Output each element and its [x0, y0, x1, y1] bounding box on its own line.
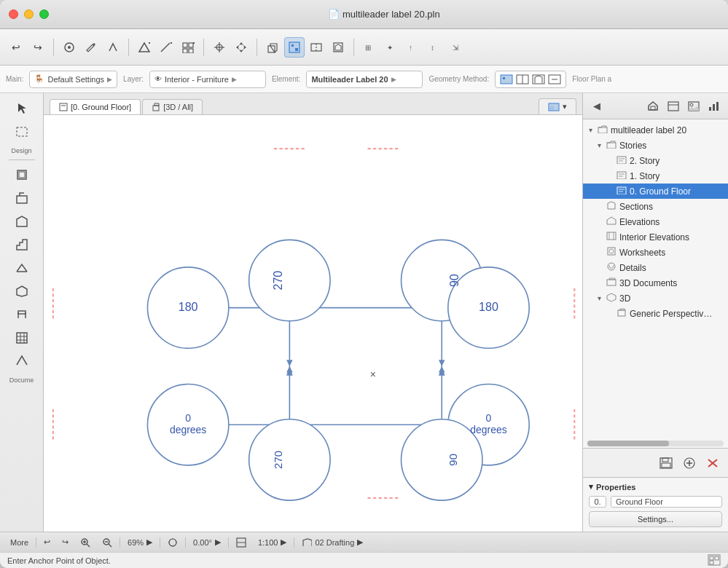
redo-button[interactable]: ↪: [28, 37, 48, 58]
panel-layout-icon[interactable]: [664, 97, 683, 116]
tab-3d-all[interactable]: [3D / All]: [142, 99, 203, 114]
redo-status-btn[interactable]: ↪: [58, 537, 73, 547]
settings-button[interactable]: Settings...: [589, 511, 722, 527]
svg-marker-16: [270, 44, 277, 52]
column-tool[interactable]: [6, 280, 38, 302]
tab-ground-floor[interactable]: [0. Ground Floor]: [50, 99, 141, 114]
svg-rect-156: [710, 556, 713, 560]
main-field[interactable]: 🪑 Default Settings ▶: [29, 71, 117, 88]
tree-3d-documents[interactable]: 3D Documents: [583, 275, 728, 291]
tree-elevations[interactable]: Elevations: [583, 214, 728, 229]
room-tool[interactable]: [6, 210, 38, 232]
pencil-btn[interactable]: [81, 37, 101, 58]
tree-story2[interactable]: 2. Story: [583, 153, 728, 168]
zoom-in-btn[interactable]: [76, 537, 95, 548]
element-dropdown-arrow: ▶: [391, 76, 396, 83]
angle-item[interactable]: 0.00° ▶: [189, 537, 225, 547]
svg-marker-2: [149, 42, 150, 44]
plane-tool[interactable]: [6, 350, 38, 372]
beam-tool[interactable]: [6, 304, 38, 326]
sep5: [353, 39, 354, 56]
elevation-btn[interactable]: [328, 37, 348, 58]
grid-tool[interactable]: [6, 327, 38, 349]
nav-btn3[interactable]: ↑: [403, 37, 423, 58]
line-btn[interactable]: [156, 37, 176, 58]
zoom-dropdown: ▶: [146, 537, 152, 547]
svg-text:×: ×: [370, 368, 376, 380]
panel-scrollbar[interactable]: [587, 441, 724, 446]
tree-3d[interactable]: ▾ 3D: [583, 291, 728, 306]
undo-button[interactable]: ↩: [6, 37, 26, 58]
svg-marker-130: [607, 293, 616, 301]
tree-worksheets[interactable]: Worksheets: [583, 245, 728, 260]
svg-point-148: [169, 539, 176, 546]
cube-btn[interactable]: [262, 37, 283, 58]
delete-item-btn[interactable]: [703, 454, 722, 473]
slab-tool[interactable]: [6, 257, 38, 279]
add-item-btn[interactable]: [680, 454, 699, 473]
element-field[interactable]: Multileader Label 20 ▶: [306, 71, 423, 88]
story2-icon: [617, 155, 627, 166]
drafting-item[interactable]: 02 Drafting ▶: [297, 537, 367, 548]
nav-btn4[interactable]: ↕: [425, 37, 445, 58]
zoom-value-item[interactable]: 69% ▶: [123, 537, 157, 547]
scale-value-item[interactable]: 1:100 ▶: [254, 537, 291, 547]
tree-stories[interactable]: ▾ Stories: [583, 138, 728, 153]
tree-sections[interactable]: Sections: [583, 199, 728, 214]
undo-redo-group: ↩ ↪: [6, 37, 48, 58]
layer-field[interactable]: 👁 Interior - Furniture ▶: [149, 71, 266, 88]
tree-root[interactable]: ▾ multileader label 20: [583, 122, 728, 138]
tree-details[interactable]: Details: [583, 260, 728, 275]
section-btn[interactable]: [306, 37, 326, 58]
canvas-view[interactable]: 270 06 180 180 ×: [44, 115, 582, 532]
undo-status-btn[interactable]: ↩: [39, 537, 55, 547]
floor-plan-btn[interactable]: [284, 37, 305, 58]
tree-interior-elevations[interactable]: Interior Elevations: [583, 229, 728, 245]
svg-rect-29: [503, 77, 505, 79]
tree-ground-floor[interactable]: 0. Ground Floor: [583, 184, 728, 199]
floor-number-field[interactable]: 0.: [589, 496, 606, 508]
crosshair-btn[interactable]: [209, 37, 230, 58]
properties-expand-icon: ▾: [589, 482, 593, 492]
panel-back-btn[interactable]: ◀: [587, 97, 606, 116]
svg-rect-5: [183, 43, 187, 47]
zoom-out-btn[interactable]: [98, 537, 117, 548]
view-tools2: [262, 37, 348, 58]
snap-item[interactable]: [163, 537, 182, 548]
nav-btn1[interactable]: ⊞: [359, 37, 380, 58]
move-btn[interactable]: [231, 37, 251, 58]
maximize-button[interactable]: [39, 9, 49, 19]
tree-story1[interactable]: 1. Story: [583, 168, 728, 184]
stair-tool[interactable]: [6, 234, 38, 256]
view-btn[interactable]: [59, 37, 79, 58]
geometry-field[interactable]: [495, 71, 566, 88]
select-tool[interactable]: [6, 98, 38, 119]
title-bar: 📄 multileader label 20.pln: [0, 0, 728, 29]
panel-home-icon[interactable]: [643, 97, 662, 116]
grid-btn[interactable]: [178, 37, 198, 58]
svg-point-126: [609, 249, 614, 253]
panel-chart-icon[interactable]: [705, 97, 724, 116]
svg-text:degrees: degrees: [170, 424, 206, 435]
details-icon: [606, 262, 617, 273]
tree-perspective[interactable]: Generic Perspectiv…: [583, 306, 728, 321]
sep1: [53, 39, 54, 56]
view-control-btn[interactable]: ⌂ ▾: [539, 98, 576, 114]
nav-btn2[interactable]: ✦: [381, 37, 402, 58]
floor-name-field[interactable]: Ground Floor: [611, 496, 722, 508]
status-sep1: [36, 537, 36, 548]
door-tool[interactable]: [6, 187, 38, 209]
main-content: Design: [0, 93, 728, 532]
triangle-btn[interactable]: [134, 37, 154, 58]
3d-docs-icon: [606, 277, 617, 288]
minimize-button[interactable]: [24, 9, 34, 19]
panel-image-icon[interactable]: [684, 97, 703, 116]
svg-rect-18: [291, 44, 294, 47]
close-button[interactable]: [9, 9, 18, 19]
more-item[interactable]: More: [6, 538, 33, 547]
marquee-tool[interactable]: [6, 121, 38, 143]
nav-btn5[interactable]: ⇲: [447, 37, 467, 58]
pen-btn[interactable]: [103, 37, 123, 58]
wall-tool[interactable]: [6, 164, 38, 186]
save-item-btn[interactable]: [657, 454, 676, 473]
